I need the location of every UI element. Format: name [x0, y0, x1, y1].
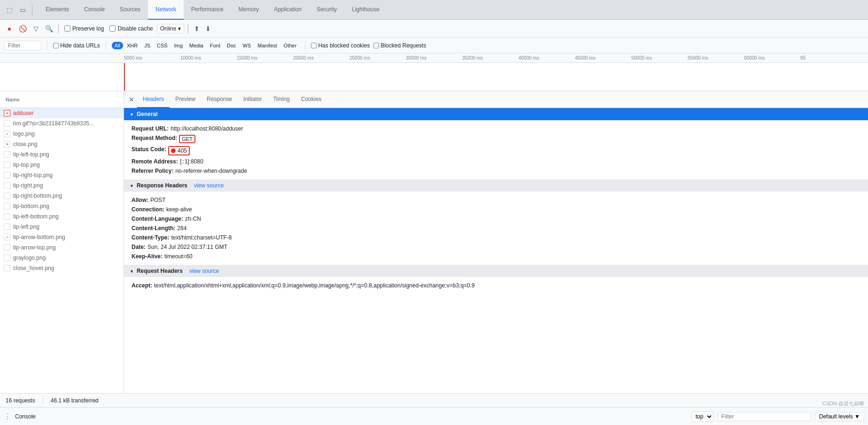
- hide-data-urls-checkbox-label[interactable]: Hide data URLs: [53, 42, 100, 49]
- filter-ws-btn[interactable]: WS: [240, 42, 254, 49]
- file-item-tip-left-bottom[interactable]: tip-left-bottom.png: [0, 211, 124, 222]
- stop-button[interactable]: 🚫: [17, 23, 28, 34]
- search-button[interactable]: 🔍: [43, 23, 54, 34]
- tab-security[interactable]: Security: [309, 0, 344, 20]
- filter-css-btn[interactable]: CSS: [154, 42, 170, 49]
- headers-tab-timing[interactable]: Timing: [267, 91, 295, 108]
- file-icon-tip-right-top: [4, 172, 10, 178]
- file-name-tip-arrow-bottom: tip-arrow-bottom.png: [13, 234, 65, 240]
- filter-img-btn[interactable]: Img: [171, 42, 186, 49]
- tick-7: 40000 ms: [519, 55, 575, 61]
- file-item-tip-arrow-bottom[interactable]: ✓ tip-arrow-bottom.png: [0, 232, 124, 242]
- filter-manifest-btn[interactable]: Manifest: [255, 42, 280, 49]
- headers-tab-headers[interactable]: Headers: [137, 91, 170, 108]
- file-name-tip-bottom: tip-bottom.png: [13, 203, 49, 209]
- keep-alive-row: Keep-Alive: timeout=60: [132, 252, 860, 261]
- file-name-logo: logo.png: [13, 131, 35, 137]
- disable-cache-checkbox[interactable]: [109, 25, 116, 31]
- file-item-tip-right[interactable]: tip-right.png: [0, 180, 124, 191]
- tab-console[interactable]: Console: [77, 0, 112, 20]
- headers-tab-response[interactable]: Response: [201, 91, 238, 108]
- file-item-graylogo[interactable]: graylogo.png: [0, 253, 124, 263]
- export-button[interactable]: ⬇: [203, 24, 213, 33]
- hide-data-urls-checkbox[interactable]: [53, 43, 59, 48]
- file-icon-graylogo: [4, 255, 10, 261]
- blocked-requests-checkbox[interactable]: [373, 43, 379, 48]
- file-item-tip-top[interactable]: tip-top.png: [0, 160, 124, 170]
- file-name-tip-top: tip-top.png: [13, 162, 40, 168]
- headers-tab-cookies[interactable]: Cookies: [295, 91, 327, 108]
- request-method-badge: GET: [179, 135, 195, 143]
- import-button[interactable]: ⬆: [192, 24, 202, 33]
- tab-network[interactable]: Network: [148, 0, 184, 20]
- tab-lighthouse[interactable]: Lighthouse: [344, 0, 387, 20]
- drag-handle-icon[interactable]: ⋮: [4, 412, 11, 421]
- filter-divider-3: [305, 41, 305, 50]
- requests-count: 16 requests: [6, 397, 35, 404]
- console-context-select[interactable]: top: [691, 411, 713, 422]
- general-section-header[interactable]: General: [124, 108, 868, 120]
- preserve-log-checkbox[interactable]: [64, 25, 70, 31]
- file-item-tip-bottom[interactable]: tip-bottom.png: [0, 201, 124, 211]
- file-name-close: close.png: [13, 141, 37, 147]
- request-url-row: Request URL: http://localhost:8080/addus…: [132, 124, 860, 133]
- file-name-tip-right: tip-right.png: [13, 182, 43, 189]
- has-blocked-cookies-label[interactable]: Has blocked cookies: [311, 42, 370, 49]
- close-panel-button[interactable]: ✕: [126, 94, 137, 105]
- filter-xhr-btn[interactable]: XHR: [124, 42, 140, 49]
- preserve-log-label[interactable]: Preserve log: [62, 25, 106, 32]
- headers-tab-preview[interactable]: Preview: [170, 91, 201, 108]
- headers-tab-initiator[interactable]: Initiator: [238, 91, 267, 108]
- console-bar: ⋮ Console top Default levels ▼: [0, 407, 868, 425]
- file-item-close-hover[interactable]: close_hover.png: [0, 263, 124, 273]
- default-levels-button[interactable]: Default levels ▼: [815, 412, 864, 421]
- status-code-badge: 405: [168, 146, 190, 155]
- response-headers-section-header[interactable]: Response Headers view source: [124, 179, 868, 192]
- connection-row: Connection: keep-alive: [132, 205, 860, 214]
- has-blocked-cookies-checkbox[interactable]: [311, 43, 317, 48]
- response-view-source-link[interactable]: view source: [194, 182, 224, 189]
- filter-icon[interactable]: ▽: [30, 23, 41, 34]
- file-icon-tip-left-top: [4, 151, 10, 158]
- console-filter-input[interactable]: [717, 412, 811, 421]
- file-item-tip-right-top[interactable]: tip-right-top.png: [0, 170, 124, 180]
- filter-input[interactable]: [4, 41, 41, 50]
- file-icon-adduser: ✕: [4, 110, 10, 116]
- tab-application[interactable]: Application: [266, 0, 309, 20]
- file-name-tip-left-top: tip-left-top.png: [13, 151, 49, 158]
- file-icon-close: ✕: [4, 141, 10, 147]
- disable-cache-label[interactable]: Disable cache: [108, 25, 155, 32]
- filter-other-btn[interactable]: Other: [281, 42, 300, 49]
- filter-js-btn[interactable]: JS: [141, 42, 153, 49]
- file-item-tip-right-bottom[interactable]: tip-right-bottom.png: [0, 191, 124, 201]
- filter-doc-btn[interactable]: Doc: [224, 42, 239, 49]
- file-name-adduser: adduser: [13, 110, 33, 116]
- tab-performance[interactable]: Performance: [184, 0, 231, 20]
- file-item-adduser[interactable]: ✕ adduser: [0, 108, 124, 118]
- tab-memory[interactable]: Memory: [231, 0, 266, 20]
- inspect-icon[interactable]: ⬚: [4, 4, 15, 15]
- file-item-tip-left-top[interactable]: tip-left-top.png: [0, 149, 124, 160]
- file-item-tip-arrow-top[interactable]: tip-arrow-top.png: [0, 242, 124, 253]
- filter-all-btn[interactable]: All: [112, 42, 123, 49]
- accept-row: Accept: text/html,application/xhtml+xml,…: [132, 281, 860, 290]
- file-list-name-header: Name: [0, 91, 124, 108]
- tab-sources[interactable]: Sources: [112, 0, 148, 20]
- filter-font-btn[interactable]: Font: [207, 42, 223, 49]
- record-button[interactable]: ●: [4, 23, 15, 34]
- request-headers-section-header[interactable]: Request Headers view source: [124, 265, 868, 277]
- file-item-logo[interactable]: ✓ logo.png: [0, 129, 124, 139]
- throttle-select[interactable]: Online ▾: [157, 24, 185, 33]
- tab-elements[interactable]: Elements: [38, 0, 77, 20]
- blocked-requests-label[interactable]: Blocked Requests: [373, 42, 426, 49]
- file-item-close[interactable]: ✕ close.png: [0, 139, 124, 149]
- file-item-tip-left[interactable]: tip-left.png: [0, 222, 124, 232]
- file-name-tip-left: tip-left.png: [13, 224, 39, 230]
- tick-11: 60000 ms: [744, 55, 800, 61]
- status-bar: 16 requests 46.1 kB transferred: [0, 393, 868, 407]
- device-icon[interactable]: ▭: [17, 4, 28, 15]
- request-view-source-link[interactable]: view source: [189, 268, 219, 274]
- file-item-hm[interactable]: hm.gif?si=3b231847743b9335...: [0, 118, 124, 129]
- status-code-row: Status Code: 405: [132, 145, 860, 157]
- filter-media-btn[interactable]: Media: [186, 42, 206, 49]
